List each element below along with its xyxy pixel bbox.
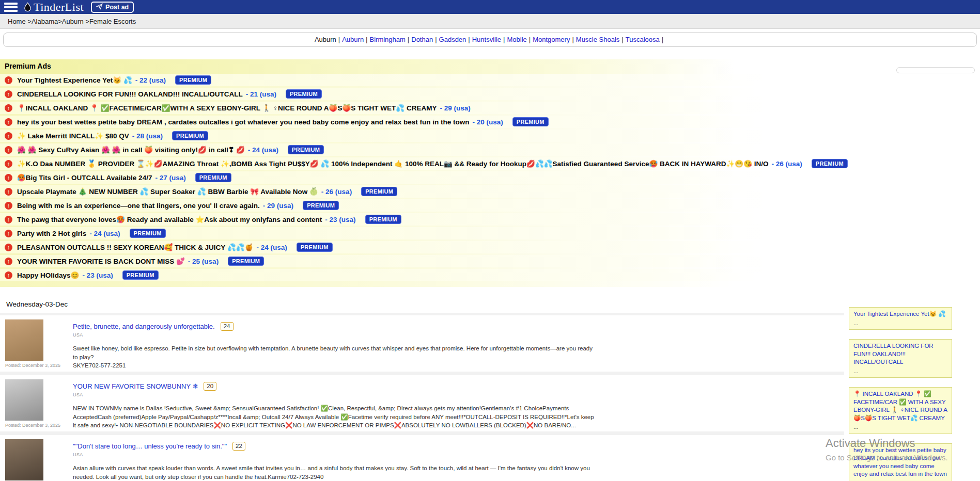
premium-ad-title[interactable]: The pawg that everyone loves🥵 Ready and … (17, 215, 322, 223)
premium-badge: PREMIUM (288, 145, 324, 154)
premium-ad-row[interactable]: ✨K.O Daa NUMBER 🥇 PROVIDER ⌛✨💋AMAZING Th… (0, 157, 980, 170)
sidebar-ad-title[interactable]: Your Tightest Experience Yet😼 💦 (853, 310, 947, 318)
premium-ad-title[interactable]: ✨ Lake Merritt INCALL✨ $80 QV (17, 132, 129, 140)
city-link-huntsville[interactable]: Huntsville (472, 36, 501, 43)
premium-ad-row[interactable]: Party with 2 Hot girls- 24 (usa)PREMIUM (0, 227, 980, 239)
sidebar-ad-box[interactable]: Your Tightest Experience Yet😼 💦 ... (849, 307, 952, 330)
premium-badge: PREMIUM (297, 243, 333, 252)
premium-ad-row[interactable]: CINDERELLA LOOKING FOR FUN!!! OAKLAND!!!… (0, 88, 980, 100)
up-arrow-icon (5, 230, 12, 237)
city-link-montgomery[interactable]: Montgomery (533, 36, 570, 43)
premium-ad-title[interactable]: YOUR WINTER FAVORITE IS BACK DONT MISS 💕 (17, 257, 185, 265)
sidebar-ad-box[interactable]: CINDERELLA LOOKING FOR FUN!!! OAKLAND!!!… (849, 339, 952, 378)
premium-badge: PREMIUM (812, 159, 848, 168)
premium-ad-title[interactable]: Happy HOlidays😊 (17, 271, 79, 279)
premium-ad-title[interactable]: 📍INCALL OAKLAND 📍 ✅FACETIME/CAR✅WITH A S… (17, 104, 437, 112)
premium-ad-title[interactable]: CINDERELLA LOOKING FOR FUN!!! OAKLAND!!!… (17, 90, 243, 98)
premium-ad-row[interactable]: ✨ Lake Merritt INCALL✨ $80 QV- 28 (usa)P… (0, 130, 980, 142)
city-link-birmingham[interactable]: Birmingham (370, 36, 406, 43)
posted-date: Posted: December 3, 2025 (5, 363, 60, 368)
premium-ad-title[interactable]: 🥵Big Tits Girl - OUTCALL Available 24/7 (17, 173, 152, 182)
menu-icon[interactable] (4, 3, 18, 12)
city-current: Auburn (315, 36, 336, 43)
premium-ad-row[interactable]: 🥵Big Tits Girl - OUTCALL Available 24/7-… (0, 171, 980, 184)
city-link-auburn[interactable]: Auburn (342, 36, 364, 43)
premium-badge: PREMIUM (172, 131, 208, 140)
up-arrow-icon (5, 76, 12, 84)
premium-ad-title[interactable]: Being with me is an experience—one that … (17, 202, 260, 210)
premium-ad-row[interactable]: YOUR WINTER FAVORITE IS BACK DONT MISS 💕… (0, 255, 980, 267)
premium-ad-row[interactable]: 📍INCALL OAKLAND 📍 ✅FACETIME/CAR✅WITH A S… (0, 102, 980, 114)
sidebar-ad-title[interactable]: 📍 INCALL OAKLAND 📍 ✅ FACETIME/CAR ✅ WITH… (853, 390, 947, 422)
up-arrow-icon (5, 188, 12, 196)
site-logo-text: TinderList (34, 1, 84, 14)
age-badge: 22 (232, 442, 245, 451)
post-ad-button[interactable]: Post ad (91, 2, 134, 13)
premium-sidebar: Your Tightest Experience Yet😼 💦 ... CIND… (849, 307, 952, 481)
up-arrow-icon (5, 258, 12, 265)
listing-thumbnail[interactable] (5, 439, 43, 480)
city-link-dothan[interactable]: Dothan (411, 36, 433, 43)
top-navbar: TinderList Post ad (0, 0, 980, 14)
up-arrow-icon (5, 244, 12, 251)
city-link-gadsden[interactable]: Gadsden (439, 36, 466, 43)
listing-description: Sweet like honey, bold like espresso. Pe… (73, 344, 595, 361)
listings-feed: Wednesday-03-Dec Posted: December 3, 202… (0, 297, 844, 481)
premium-ad-age: - 22 (usa) (135, 76, 166, 84)
premium-ad-title[interactable]: ✨K.O Daa NUMBER 🥇 PROVIDER ⌛✨💋AMAZING Th… (17, 159, 769, 168)
sidebar-ad-title[interactable]: CINDERELLA LOOKING FOR FUN!!! OAKLAND!!!… (853, 342, 947, 366)
sidebar-ad-more: ... (853, 319, 947, 328)
premium-ad-title[interactable]: PLEASANTON OUTCALLS !! SEXY KOREAN🥰 THIC… (17, 243, 253, 251)
premium-ad-age: - 20 (usa) (472, 118, 503, 126)
premium-ad-title[interactable]: Upscale Playmate 🎄 NEW NUMBER 💦 Super So… (17, 187, 318, 196)
listing-title-link[interactable]: ""Don't stare too long… unless you're re… (73, 442, 227, 450)
listing-country: USA (73, 332, 595, 338)
premium-ad-row[interactable]: Happy HOlidays😊- 23 (usa)PREMIUM (0, 269, 980, 281)
premium-badge: PREMIUM (195, 173, 231, 182)
listing-title-link[interactable]: Petite, brunette, and dangerously unforg… (73, 323, 215, 330)
up-arrow-icon (5, 216, 12, 223)
premium-ad-title[interactable]: 🌺 🌺 Sexy CuRvy Asian 🌺 🌺 in call 🍑 visit… (17, 146, 245, 154)
listing-thumbnail[interactable] (5, 379, 43, 421)
premium-ads-header: Premium Ads (0, 59, 980, 74)
up-arrow-icon (5, 202, 12, 210)
premium-ad-title[interactable]: hey its your best wettes petite baby DRE… (17, 118, 469, 126)
sidebar-ad-box[interactable]: 📍 INCALL OAKLAND 📍 ✅ FACETIME/CAR ✅ WITH… (849, 387, 952, 434)
premium-ad-row[interactable]: PLEASANTON OUTCALLS !! SEXY KOREAN🥰 THIC… (0, 241, 980, 253)
premium-ad-row[interactable]: Upscale Playmate 🎄 NEW NUMBER 💦 Super So… (0, 185, 980, 198)
sidebar-ad-more: ... (853, 367, 947, 376)
age-badge: 24 (221, 322, 234, 331)
sidebar-ad-title[interactable]: hey its your best wettes petite baby DRE… (853, 446, 947, 478)
city-link-mobile[interactable]: Mobile (507, 36, 526, 43)
premium-ad-row[interactable]: Being with me is an experience—one that … (0, 199, 980, 212)
sidebar-ad-more: ... (853, 423, 947, 431)
flame-icon (23, 2, 33, 12)
city-link-muscle-shoals[interactable]: Muscle Shoals (576, 36, 620, 43)
paper-plane-icon (96, 3, 103, 11)
city-link-tuscaloosa[interactable]: Tuscaloosa (626, 36, 660, 43)
breadcrumb-text: Home >Alabama>Auburn >Female Escorts (8, 18, 136, 25)
separator: | (406, 36, 411, 43)
premium-ad-row[interactable]: hey its your best wettes petite baby DRE… (0, 116, 980, 128)
premium-ad-row[interactable]: The pawg that everyone loves🥵 Ready and … (0, 213, 980, 226)
site-logo[interactable]: TinderList (23, 1, 84, 14)
premium-badge: PREMIUM (130, 229, 166, 238)
breadcrumb[interactable]: Home >Alabama>Auburn >Female Escorts (0, 14, 980, 29)
separator: | (433, 36, 439, 43)
premium-ad-title[interactable]: Your Tightest Experience Yet😼 💦 (17, 76, 132, 84)
posted-date: Posted: December 3, 2025 (5, 423, 60, 428)
listing-row: Posted: December 3, 2025 ""Don't stare t… (0, 435, 844, 481)
listing-row: Posted: December 3, 2025 Petite, brunett… (0, 315, 844, 372)
premium-ad-row[interactable]: Your Tightest Experience Yet😼 💦- 22 (usa… (0, 74, 980, 86)
listing-title-link[interactable]: YOUR NEW FAVORITE SNOWBUNNY ❄ (73, 382, 198, 390)
separator: | (336, 36, 342, 43)
premium-ad-age: - 26 (usa) (772, 160, 802, 168)
premium-ad-age: - 26 (usa) (321, 188, 352, 196)
premium-ad-title[interactable]: Party with 2 Hot girls (17, 230, 86, 237)
sidebar-ad-box[interactable]: hey its your best wettes petite baby DRE… (849, 443, 952, 481)
listing-thumbnail[interactable] (5, 319, 43, 361)
premium-badge: PREMIUM (286, 89, 322, 99)
listing-description: Asian allure with curves that speak loud… (73, 464, 595, 481)
premium-ad-row[interactable]: 🌺 🌺 Sexy CuRvy Asian 🌺 🌺 in call 🍑 visit… (0, 143, 980, 156)
up-arrow-icon (5, 132, 12, 140)
